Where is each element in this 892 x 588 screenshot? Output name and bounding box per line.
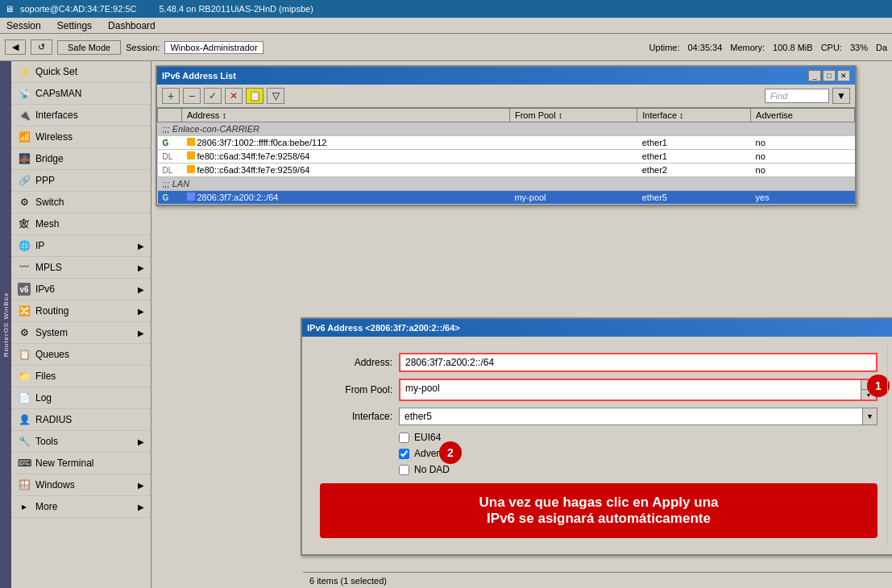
sidebar-label-files: Files <box>35 371 56 382</box>
sidebar-label-tools: Tools <box>35 436 58 447</box>
sidebar-item-switch[interactable]: ⚙ Switch <box>11 192 151 213</box>
sidebar-label-ppp: PPP <box>35 175 55 186</box>
col-from-pool[interactable]: From Pool ↕ <box>509 109 637 122</box>
from-pool-row: From Pool: my-pool ▲ ▼ 1 <box>320 379 877 401</box>
filter-button[interactable]: ▽ <box>267 88 284 104</box>
advertise-row: Advertise 2 <box>399 448 877 459</box>
sidebar-label-switch: Switch <box>35 197 64 208</box>
log-icon: 📄 <box>18 391 31 404</box>
ip-arrow: ▶ <box>138 242 144 251</box>
ipv6-dialog-titlebar: IPv6 Address <2806:3f7:a200:2::/64> _ □ … <box>302 319 892 337</box>
sidebar-item-bridge[interactable]: 🌉 Bridge <box>11 148 151 170</box>
from-pool-cell <box>509 150 637 164</box>
advertise-checkbox[interactable] <box>399 449 409 459</box>
da-value: Da <box>876 43 887 52</box>
eui64-label: EUI64 <box>414 432 441 443</box>
toolbar: ◀ ↺ Safe Mode Session: Winbox-Administra… <box>0 34 892 61</box>
sidebar-item-interfaces[interactable]: 🔌 Interfaces <box>11 105 151 126</box>
interface-label: Interface: <box>320 411 392 422</box>
safe-mode-button[interactable]: Safe Mode <box>57 40 121 55</box>
sidebar-item-more[interactable]: ▸ More ▶ <box>11 496 151 518</box>
dialog-left-panel: Address: From Pool: my-pool ▲ ▼ <box>310 345 887 546</box>
table-row[interactable]: DL fe80::c6ad:34ff:fe7e:9259/64 ether2 n… <box>158 164 855 177</box>
session-label: Session: <box>126 43 160 52</box>
group-row-carrier: ;;; Enlace-con-CARRIER <box>158 122 855 136</box>
sidebar-item-log[interactable]: 📄 Log <box>11 387 151 409</box>
menu-settings[interactable]: Settings <box>54 19 95 32</box>
cpu-label: CPU: <box>821 43 842 52</box>
banner-text: Una vez que hagas clic en Apply unaIPv6 … <box>479 495 719 526</box>
col-address[interactable]: Address ↕ <box>182 109 510 122</box>
close-button[interactable]: ✕ <box>837 70 850 81</box>
advertise-cell: no <box>751 164 855 177</box>
remove-button[interactable]: − <box>183 88 201 104</box>
windows-arrow: ▶ <box>138 481 144 490</box>
table-row[interactable]: DL fe80::c6ad:34ff:fe7e:9258/64 ether1 n… <box>158 150 855 164</box>
sidebar-label-more: More <box>35 501 57 512</box>
table-row[interactable]: G 2806:3f7:1002::ffff:f0ca:bebe/112 ethe… <box>158 136 855 150</box>
dropdown-button[interactable]: ▼ <box>832 88 850 104</box>
checkboxes-area: EUI64 Advertise 2 <box>320 432 877 475</box>
sidebar-label-interfaces: Interfaces <box>35 110 78 121</box>
menu-session[interactable]: Session <box>3 19 44 32</box>
check-button[interactable]: ✓ <box>204 88 222 104</box>
from-pool-cell: my-pool <box>509 191 637 205</box>
annotation-1: 1 <box>867 375 890 397</box>
interface-select[interactable]: ether5 ▼ <box>399 408 877 425</box>
dialog-content-area: Address: From Pool: my-pool ▲ ▼ <box>310 345 892 546</box>
status-bar: 6 items (1 selected) <box>303 572 892 588</box>
sidebar-item-system[interactable]: ⚙ System ▶ <box>11 322 151 344</box>
sidebar-item-radius[interactable]: 👤 RADIUS <box>11 409 151 431</box>
switch-icon: ⚙ <box>18 196 31 209</box>
col-interface[interactable]: Interface ↕ <box>637 109 751 122</box>
sidebar-item-routing[interactable]: 🔀 Routing ▶ <box>11 300 151 322</box>
forward-button[interactable]: ↺ <box>31 39 52 55</box>
more-icon: ▸ <box>18 500 31 513</box>
routing-icon: 🔀 <box>18 304 31 317</box>
find-box[interactable]: Find <box>765 89 829 103</box>
sidebar-item-tools[interactable]: 🔧 Tools ▶ <box>11 431 151 453</box>
back-button[interactable]: ◀ <box>5 39 26 55</box>
from-pool-cell <box>509 136 637 150</box>
main-layout: RouterOS WinBox ⚡ Quick Set 📡 CAPsMAN 🔌 … <box>0 61 892 588</box>
flag-cell: G <box>158 136 182 150</box>
sidebar-item-ipv6[interactable]: v6 IPv6 ▶ <box>11 279 151 300</box>
no-dad-row: No DAD <box>399 464 877 475</box>
cross-button[interactable]: ✕ <box>225 88 243 104</box>
sidebar-label-radius: RADIUS <box>35 414 72 425</box>
col-advertise[interactable]: Advertise <box>751 109 855 122</box>
sidebar-item-wireless[interactable]: 📶 Wireless <box>11 126 151 148</box>
copy-btn[interactable]: 📋 <box>246 88 263 104</box>
sidebar-item-ip[interactable]: 🌐 IP ▶ <box>11 235 151 257</box>
interface-dropdown-arrow[interactable]: ▼ <box>862 408 877 424</box>
col-flag <box>158 109 182 122</box>
title-bar: 🖥 soporte@C4:AD:34:7E:92:5C 5.48.4 on RB… <box>0 0 892 18</box>
minimize-button[interactable]: _ <box>808 70 821 81</box>
sidebar-item-mesh[interactable]: 🕸 Mesh <box>11 213 151 235</box>
quickset-icon: ⚡ <box>18 65 31 78</box>
ipv6-address-dialog: IPv6 Address <2806:3f7:a200:2::/64> _ □ … <box>301 317 892 556</box>
menu-dashboard[interactable]: Dashboard <box>105 19 159 32</box>
sidebar-item-files[interactable]: 📁 Files <box>11 366 151 387</box>
queues-icon: 📋 <box>18 348 31 361</box>
add-button[interactable]: + <box>162 88 180 104</box>
sidebar-label-system: System <box>35 327 68 338</box>
no-dad-checkbox[interactable] <box>399 465 409 475</box>
sidebar-item-new-terminal[interactable]: ⌨ New Terminal <box>11 453 151 474</box>
from-pool-value[interactable]: my-pool <box>400 380 861 400</box>
eui64-checkbox[interactable] <box>399 433 409 443</box>
from-pool-cell <box>509 164 637 177</box>
sidebar-item-queues[interactable]: 📋 Queues <box>11 344 151 366</box>
sidebar-item-capsman[interactable]: 📡 CAPsMAN <box>11 83 151 105</box>
address-input[interactable] <box>399 353 877 372</box>
more-arrow: ▶ <box>138 503 144 511</box>
sidebar-item-quickset[interactable]: ⚡ Quick Set <box>11 61 151 83</box>
uptime-value: 04:35:34 <box>687 43 722 52</box>
sidebar-item-mpls[interactable]: 〰 MPLS ▶ <box>11 257 151 279</box>
maximize-button[interactable]: □ <box>823 70 836 81</box>
title-text: soporte@C4:AD:34:7E:92:5C <box>20 4 136 14</box>
table-row-selected[interactable]: G 2806:3f7:a200:2::/64 my-pool ether5 ye… <box>158 191 855 205</box>
sidebar-item-windows[interactable]: 🪟 Windows ▶ <box>11 474 151 496</box>
sidebar-item-ppp[interactable]: 🔗 PPP <box>11 170 151 192</box>
sidebar-label-ipv6: IPv6 <box>35 284 55 295</box>
